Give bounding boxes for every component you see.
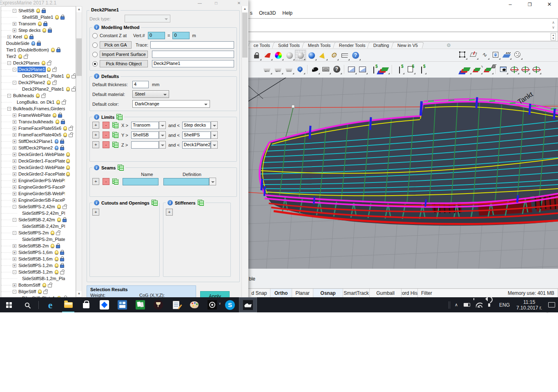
speaker-icon[interactable]: [485, 297, 496, 312]
info-icon[interactable]: [94, 200, 99, 205]
lock-icon[interactable]: [48, 29, 52, 33]
cutout-add-button[interactable]: [92, 209, 99, 216]
tree-expander-icon[interactable]: [13, 264, 16, 267]
tree-item-label[interactable]: SideStiffSB-1,2m: [18, 269, 54, 275]
status-toggle[interactable]: Ortho: [270, 289, 292, 297]
pv-curve-icon[interactable]: [346, 64, 357, 75]
tree-item-label[interactable]: StiffDeck2Plane1: [18, 138, 54, 144]
tree-item[interactable]: FrameWebPlate: [1, 112, 76, 118]
tree-item-label[interactable]: SideStiffPS-2m_Plate1: [21, 236, 65, 242]
import-parent-surface-button[interactable]: Import Parent Surface: [100, 51, 148, 58]
file-explorer-app[interactable]: [59, 297, 77, 312]
default-thickness-input[interactable]: 4: [132, 81, 149, 88]
tree-item-label[interactable]: SideStiffSB-1,6m: [18, 256, 54, 262]
sphere-points-icon[interactable]: [512, 49, 523, 60]
lock-icon[interactable]: [56, 245, 60, 248]
pick-rhino-object-input[interactable]: Deck2Plane1: [152, 60, 234, 67]
tree-expander-icon[interactable]: [13, 22, 16, 26]
toolbar-tab[interactable]: Render Tools: [333, 42, 371, 48]
hull-run-icon[interactable]: [272, 64, 283, 75]
tree-expander-icon[interactable]: [13, 251, 16, 254]
visibility-bulb-icon[interactable]: [66, 87, 70, 91]
tree-item-label[interactable]: BilgeStiff: [18, 289, 37, 294]
tree-item[interactable]: ShellSB: [1, 7, 76, 14]
tree-item-label[interactable]: LongBulks. on Dk1: [16, 99, 55, 105]
tree-item[interactable]: Transom: [1, 20, 76, 27]
tree-expander-icon[interactable]: [13, 185, 16, 189]
tree-expander-icon[interactable]: [13, 270, 16, 274]
info-icon[interactable]: [94, 165, 99, 170]
tree-item[interactable]: DeckGirder2-WebPlate: [1, 164, 76, 171]
limit-to-input[interactable]: Deck1Plane2: [182, 141, 211, 149]
tree-item[interactable]: SideStiffPS-2m: [1, 229, 76, 236]
tree-item[interactable]: EngineGirderSB-WebPlat: [1, 190, 76, 197]
tree-expander-icon[interactable]: [13, 9, 16, 13]
lock-icon[interactable]: [52, 69, 56, 72]
taskbar-separator[interactable]: [36, 297, 41, 312]
tree-item[interactable]: SideStiffSB-1,6m: [1, 256, 76, 262]
copy-icon[interactable]: [112, 142, 118, 148]
tree-expander-icon[interactable]: [7, 94, 11, 98]
gear-icon[interactable]: [328, 50, 339, 61]
tree-item-label[interactable]: SideStiffSB-2m: [18, 243, 49, 249]
tree-item[interactable]: Deck2Plane1: [1, 66, 76, 73]
tree-expander-icon[interactable]: [13, 29, 16, 32]
tree-item[interactable]: StiffDeck2Plane1: [1, 138, 76, 145]
notes-app[interactable]: [167, 297, 185, 312]
lock-icon[interactable]: [42, 10, 46, 13]
toolbar-tab[interactable]: Mesh Tools: [302, 42, 337, 48]
tree-item-label[interactable]: Deck2Plane1_Plate1: [21, 73, 65, 79]
visibility-bulb-icon[interactable]: [55, 263, 58, 268]
tree-item-label[interactable]: Bulkfeads,Frames,Girders,St: [12, 106, 65, 111]
tree-item-label[interactable]: ShellSB_Plate1: [21, 14, 54, 20]
tree-item-label[interactable]: Step decks: [18, 27, 41, 33]
tree-item[interactable]: BilgeStiff: [1, 288, 76, 295]
store-app[interactable]: [77, 297, 95, 312]
lock-icon[interactable]: [60, 16, 65, 20]
tree-expander-icon[interactable]: [13, 198, 16, 202]
visibility-bulb-icon[interactable]: [51, 244, 54, 248]
tree-item-label[interactable]: SideStiffPS-2m: [18, 230, 49, 236]
visibility-bulb-icon[interactable]: [55, 250, 58, 255]
tree-item-label[interactable]: Transom: [18, 21, 37, 27]
lock-icon[interactable]: [71, 88, 76, 91]
seam-add-button[interactable]: [92, 178, 99, 185]
visibility-bulb-icon[interactable]: [63, 133, 67, 137]
visibility-bulb-icon[interactable]: [42, 28, 46, 33]
dropdown-arrow-icon[interactable]: [211, 141, 218, 149]
tree-expander-icon[interactable]: [13, 127, 16, 130]
tree-expander-icon[interactable]: [13, 114, 16, 117]
tree-item[interactable]: DeckGirder2-FacePlate: [1, 171, 76, 177]
tree-item-label[interactable]: SideStiffPS-2,42m: [18, 204, 56, 209]
tree-item-label[interactable]: EngineGirderSB-WebPlat: [18, 191, 65, 196]
copy-icon[interactable]: [118, 165, 124, 171]
visibility-bulb-icon[interactable]: [24, 35, 28, 39]
tree-item-label[interactable]: FrameFacePlate55x6: [18, 125, 62, 131]
maximize-icon[interactable]: [523, 1, 537, 8]
tree-item[interactable]: FrameFacePlate55x6: [1, 125, 76, 131]
visibility-bulb-icon[interactable]: [47, 80, 51, 85]
pick-ga-radio[interactable]: [92, 42, 98, 48]
spring-curve-icon[interactable]: [479, 49, 490, 60]
tree-item[interactable]: SideStiffSB-2m: [1, 243, 76, 249]
default-material-select[interactable]: Steel: [132, 90, 169, 98]
limit-remove-button[interactable]: [103, 122, 109, 129]
scroll-thumb[interactable]: [242, 13, 248, 58]
info-icon[interactable]: [167, 200, 173, 205]
tree-item[interactable]: Bulkheads: [1, 92, 76, 99]
menu-item[interactable]: Orca3D: [259, 10, 276, 16]
lock-icon[interactable]: [60, 265, 64, 268]
tree-item[interactable]: SideStiffPS-1,2m: [1, 262, 76, 269]
tree-item-label[interactable]: ShellSB: [18, 8, 35, 13]
paint-app[interactable]: [185, 297, 203, 312]
tree-expander-icon[interactable]: [13, 244, 16, 248]
search-icon[interactable]: [18, 297, 36, 312]
status-toggle[interactable]: Record History: [402, 289, 418, 297]
sphere-selected-icon[interactable]: [295, 50, 306, 61]
visibility-bulb-icon[interactable]: [53, 113, 56, 118]
pv-curve2-icon[interactable]: [357, 64, 368, 75]
dropdown-arrow-icon[interactable]: [211, 121, 218, 129]
scale-dollar2-icon[interactable]: [394, 64, 405, 75]
seam-remove-button[interactable]: [103, 178, 109, 185]
status-toggle[interactable]: Filter: [418, 289, 504, 297]
